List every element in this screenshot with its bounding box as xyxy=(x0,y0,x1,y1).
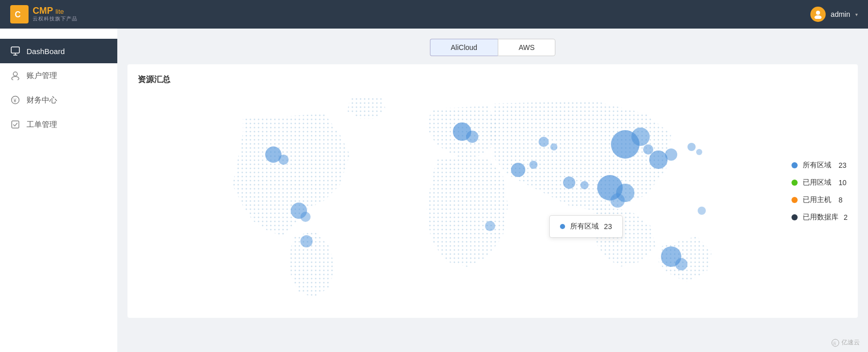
svg-point-17 xyxy=(631,128,650,146)
watermark-icon: 云 xyxy=(831,339,839,347)
sidebar-item-finance[interactable]: ¥ 财务中心 xyxy=(0,88,117,112)
svg-rect-10 xyxy=(12,121,19,128)
tooltip-label: 所有区域 xyxy=(570,222,599,231)
tab-aws[interactable]: AWS xyxy=(498,39,555,56)
svg-point-2 xyxy=(814,15,822,19)
legend-count-used-db: 2 xyxy=(844,213,848,221)
main-content: AliCloud AWS 资源汇总 xyxy=(117,29,868,352)
workorder-icon xyxy=(10,119,20,130)
map-area: 所有区域 23 xyxy=(138,93,848,308)
dropdown-arrow-icon[interactable]: ▾ xyxy=(855,12,858,17)
svg-point-31 xyxy=(485,221,495,231)
watermark-text: 亿速云 xyxy=(841,338,860,347)
tooltip-count: 23 xyxy=(604,222,612,231)
map-container: 资源汇总 xyxy=(127,64,858,318)
tab-alicloud[interactable]: AliCloud xyxy=(430,39,498,56)
svg-point-27 xyxy=(278,155,289,165)
header-right: admin ▾ xyxy=(810,7,858,22)
sidebar-label-account: 账户管理 xyxy=(27,71,57,81)
svg-text:C: C xyxy=(15,10,21,19)
app-body: DashBoard 账户管理 ¥ 财务中心 xyxy=(0,0,868,352)
monitor-icon xyxy=(10,46,20,56)
svg-rect-3 xyxy=(11,47,19,53)
svg-point-37 xyxy=(696,149,702,155)
legend-label-used-regions: 已用区域 xyxy=(803,178,833,187)
legend-item-used-regions: 已用区域 10 xyxy=(792,178,848,187)
sidebar-item-account[interactable]: 账户管理 xyxy=(0,63,117,88)
logo-area: C CMP lite 云权科技旗下产品 xyxy=(10,5,78,23)
tooltip-dot xyxy=(560,224,565,229)
svg-text:云: 云 xyxy=(833,341,836,345)
legend-count-used-regions: 10 xyxy=(838,179,847,187)
svg-point-18 xyxy=(643,144,653,155)
legend-label-used-db: 已用数据库 xyxy=(803,213,838,222)
svg-point-13 xyxy=(466,131,478,143)
admin-label[interactable]: admin xyxy=(831,10,850,18)
legend-label-all-regions: 所有区域 xyxy=(803,161,833,170)
svg-point-30 xyxy=(300,235,313,247)
svg-point-15 xyxy=(529,161,538,169)
map-title: 资源汇总 xyxy=(138,74,848,85)
svg-point-36 xyxy=(687,143,696,151)
svg-point-6 xyxy=(13,72,17,76)
svg-point-22 xyxy=(563,177,575,189)
svg-point-33 xyxy=(665,148,677,161)
legend-dot-all-regions xyxy=(792,162,798,168)
watermark: 云 亿速云 xyxy=(831,338,860,347)
legend-dot-used-hosts xyxy=(792,197,798,203)
admin-avatar xyxy=(810,7,826,22)
svg-point-35 xyxy=(675,258,687,270)
svg-point-24 xyxy=(539,137,549,147)
legend-label-used-hosts: 已用主机 xyxy=(803,195,833,205)
svg-point-29 xyxy=(300,212,311,222)
account-icon xyxy=(10,70,20,81)
svg-point-7 xyxy=(12,77,19,80)
logo-brand: CMP lite xyxy=(33,6,78,15)
sidebar-label-dashboard: DashBoard xyxy=(27,47,65,56)
sidebar-label-workorder: 工单管理 xyxy=(27,120,57,130)
sidebar: DashBoard 账户管理 ¥ 财务中心 xyxy=(0,29,117,352)
legend-item-used-db: 已用数据库 2 xyxy=(792,213,848,222)
logo-sub: 云权科技旗下产品 xyxy=(33,15,78,22)
legend-count-used-hosts: 8 xyxy=(838,196,843,204)
svg-point-38 xyxy=(698,207,706,215)
sidebar-item-workorder[interactable]: 工单管理 xyxy=(0,112,117,137)
sidebar-label-finance: 财务中心 xyxy=(27,95,57,105)
app-header: C CMP lite 云权科技旗下产品 admin ▾ xyxy=(0,0,868,29)
legend-item-all-regions: 所有区域 23 xyxy=(792,161,848,170)
finance-icon: ¥ xyxy=(10,95,20,105)
logo-text: CMP lite 云权科技旗下产品 xyxy=(33,6,78,22)
svg-point-1 xyxy=(816,11,820,15)
tabs-bar: AliCloud AWS xyxy=(127,39,858,56)
svg-point-23 xyxy=(580,181,589,189)
legend-dot-used-db xyxy=(792,214,798,220)
sidebar-item-dashboard[interactable]: DashBoard xyxy=(0,39,117,63)
legend-item-used-hosts: 已用主机 8 xyxy=(792,195,848,205)
svg-text:¥: ¥ xyxy=(13,98,17,104)
svg-point-25 xyxy=(550,143,557,150)
map-tooltip: 所有区域 23 xyxy=(549,215,623,238)
map-legend: 所有区域 23 已用区域 10 已用主机 8 已用数据库 2 xyxy=(792,161,848,222)
legend-dot-used-regions xyxy=(792,180,798,186)
legend-count-all-regions: 23 xyxy=(838,161,847,169)
svg-point-21 xyxy=(610,193,625,208)
svg-point-32 xyxy=(649,150,668,169)
logo-icon: C xyxy=(10,5,29,23)
world-map-svg xyxy=(138,93,848,308)
svg-point-14 xyxy=(511,163,525,177)
